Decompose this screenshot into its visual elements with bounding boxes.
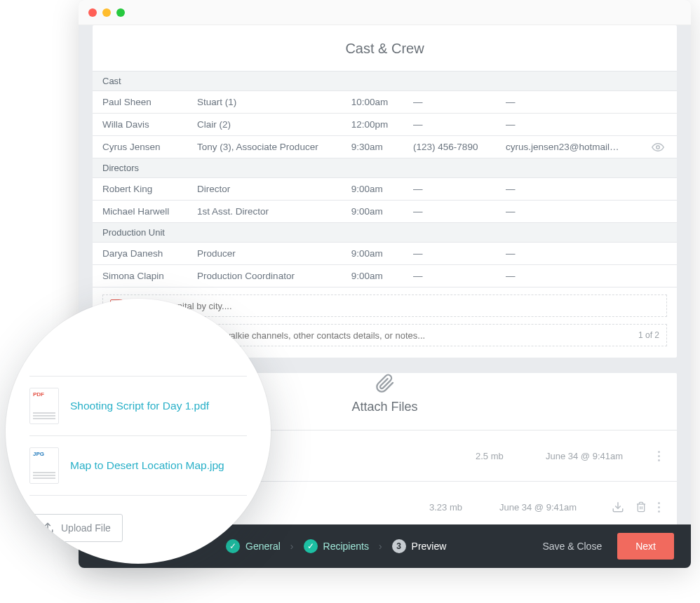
chevron-right-icon: › <box>290 541 294 552</box>
hospital-search-input[interactable] <box>130 300 659 312</box>
table-row[interactable]: Michael Harwell 1st Asst. Director 9:00a… <box>93 201 677 223</box>
check-icon: ✓ <box>304 539 318 553</box>
trash-icon[interactable] <box>635 501 647 513</box>
section-header: Directors <box>93 158 677 178</box>
stepper: ✓ General › ✓ Recipients › 3 Preview <box>226 539 446 553</box>
upload-icon <box>41 522 54 534</box>
chevron-right-icon: › <box>379 541 382 552</box>
table-row[interactable]: Cyrus Jensen Tony (3), Associate Produce… <box>93 136 677 158</box>
step-preview[interactable]: 3 Preview <box>392 539 447 553</box>
svg-point-0 <box>656 145 659 149</box>
table-row[interactable]: Willa Davis Clair (2) 12:00pm — — <box>93 114 677 136</box>
kebab-icon[interactable] <box>658 451 660 461</box>
upload-label: Upload File <box>61 522 111 534</box>
file-size: 2.5 mb <box>476 451 546 461</box>
paperclip-icon <box>375 373 395 394</box>
file-date: June 34 @ 9:41am <box>546 451 658 461</box>
step-recipients[interactable]: ✓ Recipients <box>304 539 369 553</box>
eye-icon[interactable] <box>642 136 677 158</box>
cast-crew-title: Cast & Crew <box>93 25 677 71</box>
table-row[interactable]: Robert King Director 9:00am — — <box>93 178 677 201</box>
next-button[interactable]: Next <box>617 533 674 560</box>
minimize-window-dot[interactable] <box>102 8 111 17</box>
zoom-overlay: PDF Shooting Script for Day 1.pdf JPG Ma… <box>6 299 271 564</box>
file-thumb-pdf: PDF <box>29 388 59 424</box>
file-name[interactable]: Shooting Script for Day 1.pdf <box>70 400 247 412</box>
mac-titlebar <box>79 0 691 25</box>
section-header: Cast <box>93 72 677 91</box>
step-number-badge: 3 <box>392 539 406 553</box>
download-icon[interactable] <box>612 501 624 513</box>
file-name[interactable]: Map to Desert Location Map.jpg <box>70 459 247 472</box>
table-row[interactable]: Simona Clapin Production Coordinator 9:0… <box>93 265 677 287</box>
step-general[interactable]: ✓ General <box>226 539 281 553</box>
file-date: June 34 @ 9:41am <box>499 502 612 513</box>
file-thumb-jpg: JPG <box>29 447 59 484</box>
section-header: Production Unit <box>93 223 677 243</box>
zoom-window-dot[interactable] <box>116 8 125 17</box>
close-window-dot[interactable] <box>88 8 97 17</box>
cast-crew-table: Cast Paul Sheen Stuart (1) 10:00am — — W… <box>93 71 677 287</box>
file-size: 3.23 mb <box>429 502 499 513</box>
page-count: 1 of 2 <box>638 330 659 340</box>
file-row[interactable]: JPG Map to Desert Location Map.jpg <box>29 436 247 496</box>
save-close-button[interactable]: Save & Close <box>542 541 602 552</box>
upload-file-button[interactable]: Upload File <box>29 514 123 542</box>
file-row[interactable]: PDF Shooting Script for Day 1.pdf <box>29 376 247 436</box>
table-row[interactable]: Paul Sheen Stuart (1) 10:00am — — <box>93 91 677 114</box>
kebab-icon[interactable] <box>658 502 660 513</box>
check-icon: ✓ <box>226 539 240 553</box>
table-row[interactable]: Darya Danesh Producer 9:00am — — <box>93 243 677 265</box>
